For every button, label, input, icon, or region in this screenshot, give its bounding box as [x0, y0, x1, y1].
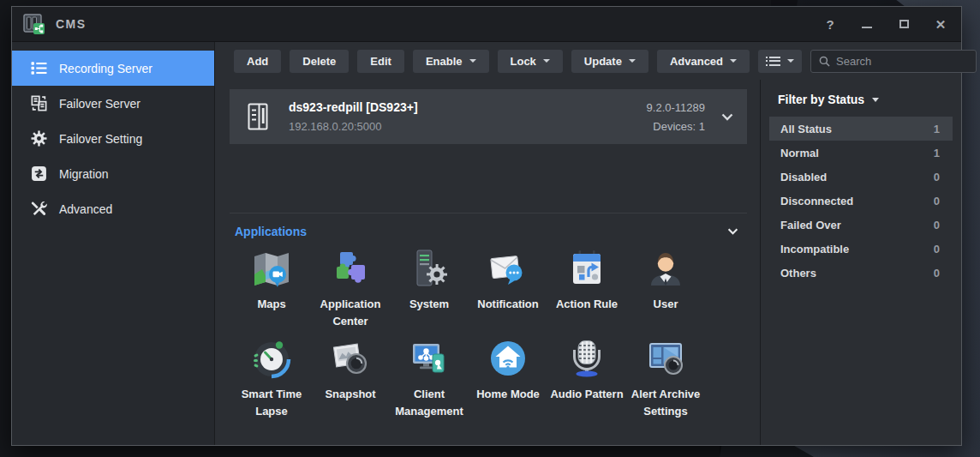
- app-notification[interactable]: Notification: [469, 248, 547, 334]
- help-button[interactable]: ?: [823, 17, 837, 31]
- server-info: ds923-redpill [DS923+] 192.168.0.20:5000: [289, 100, 418, 133]
- app-application-center[interactable]: Application Center: [311, 248, 390, 334]
- application-center-icon: [330, 248, 371, 289]
- app-label: Notification: [477, 296, 539, 313]
- advanced-dropdown-button[interactable]: Advanced: [657, 50, 750, 73]
- filter-status-list: All Status 1 Normal 1 Disabled 0 Disco: [769, 117, 953, 285]
- filter-item-disabled[interactable]: Disabled 0: [769, 165, 953, 189]
- audio-pattern-icon: [566, 338, 607, 379]
- caret-down-icon: [469, 59, 476, 63]
- search-input[interactable]: [836, 55, 968, 68]
- sidebar-item-failover-server[interactable]: Failover Server: [12, 86, 214, 121]
- filter-item-normal[interactable]: Normal 1: [769, 141, 953, 165]
- app-label: Action Rule: [556, 296, 618, 313]
- migration-icon: [31, 165, 47, 182]
- filter-count: 0: [934, 243, 940, 256]
- app-label: Smart Time Lapse: [232, 386, 311, 419]
- app-system[interactable]: System: [390, 248, 469, 334]
- main-area: Recording Server Failover Server: [12, 42, 961, 445]
- filter-panel-title: Filter by Status: [778, 93, 864, 106]
- chevron-down-icon[interactable]: [721, 113, 733, 121]
- snapshot-icon: [330, 338, 371, 379]
- sidebar-item-failover-setting[interactable]: Failover Setting: [12, 121, 214, 156]
- app-home-mode[interactable]: Home Mode: [469, 338, 547, 424]
- filter-label: Disconnected: [780, 195, 853, 207]
- filter-label: Incompatible: [780, 243, 849, 256]
- filter-item-failed-over[interactable]: Failed Over 0: [769, 213, 953, 237]
- caret-down-icon: [629, 59, 636, 63]
- server-address: 192.168.0.20:5000: [289, 120, 418, 133]
- app-audio-pattern[interactable]: Audio Pattern: [547, 338, 626, 424]
- filter-item-incompatible[interactable]: Incompatible 0: [769, 237, 953, 261]
- chevron-down-icon[interactable]: [727, 228, 738, 235]
- server-device-count: Devices: 1: [647, 120, 705, 133]
- search-box: [810, 50, 977, 73]
- client-management-icon: [409, 338, 450, 379]
- smart-time-lapse-icon: [251, 338, 292, 379]
- tools-icon: [31, 201, 47, 217]
- content-area: Add Delete Edit Enable Lock Update Advan…: [215, 42, 961, 445]
- filter-count: 0: [934, 171, 940, 183]
- server-row[interactable]: ds923-redpill [DS923+] 192.168.0.20:5000…: [230, 89, 747, 144]
- applications-title: Applications: [235, 225, 307, 238]
- titlebar: CMS ? ✕: [12, 7, 961, 42]
- search-icon: [819, 56, 830, 67]
- application-grid: Maps: [230, 248, 747, 424]
- server-name: ds923-redpill [DS923+]: [289, 100, 418, 114]
- sidebar-item-recording-server[interactable]: Recording Server: [12, 51, 214, 86]
- sidebar-item-label: Migration: [59, 167, 109, 181]
- app-label: Home Mode: [476, 386, 540, 403]
- enable-dropdown-button[interactable]: Enable: [413, 50, 489, 73]
- update-dropdown-button[interactable]: Update: [571, 50, 648, 73]
- caret-down-icon: [872, 98, 879, 102]
- filter-item-others[interactable]: Others 0: [769, 261, 953, 285]
- app-maps[interactable]: Maps: [232, 248, 311, 334]
- filter-by-status-dropdown[interactable]: Filter by Status: [769, 93, 953, 106]
- app-label: User: [654, 296, 678, 313]
- notification-icon: [487, 248, 529, 289]
- app-alert-archive-settings[interactable]: Alert Archive Settings: [626, 338, 705, 424]
- server-list-pane: ds923-redpill [DS923+] 192.168.0.20:5000…: [215, 80, 760, 445]
- user-icon: [645, 248, 686, 289]
- cms-window: CMS ? ✕ Recording Server: [11, 6, 962, 446]
- app-snapshot[interactable]: Snapshot: [311, 338, 390, 424]
- delete-button[interactable]: Delete: [290, 50, 349, 73]
- toolbar: Add Delete Edit Enable Lock Update Advan…: [215, 42, 961, 80]
- server-icon: [248, 103, 270, 130]
- app-label: Maps: [257, 296, 285, 313]
- sidebar-item-label: Failover Server: [59, 97, 140, 111]
- sidebar-item-advanced[interactable]: Advanced: [12, 191, 214, 226]
- add-button[interactable]: Add: [234, 50, 281, 73]
- minimize-button[interactable]: [860, 17, 874, 31]
- app-label: Application Center: [311, 296, 390, 329]
- failover-server-icon: [31, 95, 47, 111]
- app-client-management[interactable]: Client Management: [390, 338, 469, 424]
- filter-item-all-status[interactable]: All Status 1: [769, 117, 953, 141]
- close-button[interactable]: ✕: [934, 17, 947, 31]
- server-version: 9.2.0-11289: [647, 101, 705, 114]
- filter-count: 0: [934, 195, 940, 207]
- app-user[interactable]: User: [626, 248, 705, 334]
- lock-dropdown-button[interactable]: Lock: [498, 50, 563, 73]
- app-label: Alert Archive Settings: [626, 386, 705, 419]
- sidebar-item-label: Advanced: [59, 202, 112, 216]
- filter-label: Disabled: [780, 171, 827, 183]
- app-smart-time-lapse[interactable]: Smart Time Lapse: [232, 338, 311, 424]
- sidebar: Recording Server Failover Server: [12, 42, 215, 445]
- alert-archive-settings-icon: [645, 338, 686, 379]
- sidebar-item-label: Recording Server: [59, 62, 152, 75]
- filter-count: 1: [934, 123, 940, 135]
- edit-button[interactable]: Edit: [357, 50, 404, 73]
- sidebar-item-label: Failover Setting: [59, 132, 142, 146]
- filter-count: 1: [934, 147, 940, 159]
- maximize-button[interactable]: [897, 17, 911, 31]
- view-mode-dropdown-button[interactable]: [758, 50, 802, 73]
- app-action-rule[interactable]: Action Rule: [547, 248, 626, 334]
- filter-item-disconnected[interactable]: Disconnected 0: [769, 189, 953, 213]
- filter-label: All Status: [780, 123, 832, 135]
- window-controls: ? ✕: [823, 17, 947, 31]
- body-row: ds923-redpill [DS923+] 192.168.0.20:5000…: [215, 80, 961, 445]
- sidebar-item-migration[interactable]: Migration: [12, 156, 214, 191]
- applications-header[interactable]: Applications: [230, 213, 747, 240]
- filter-count: 0: [934, 219, 940, 232]
